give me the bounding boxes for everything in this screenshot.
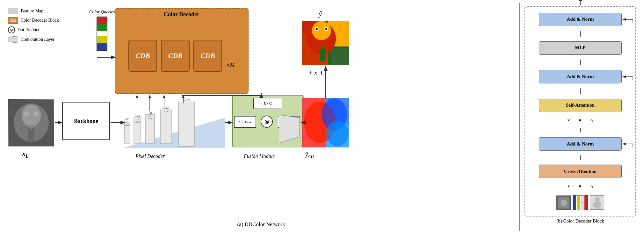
right-panel-caption: (b) Color Decoder Block	[525, 218, 636, 224]
cross-attn-v: V	[567, 183, 570, 188]
color-swatch-yellow	[577, 195, 580, 210]
legend-feature-map: Feature Map	[8, 8, 59, 14]
cdb-box-3: CDB	[193, 40, 222, 72]
input-image	[8, 99, 54, 146]
right-panel-dashed: Add & Norm MLP Add & Norm	[525, 6, 636, 216]
cq-red	[97, 17, 107, 24]
cross-attn-vkq: V K Q	[567, 183, 594, 188]
svg-point-5	[33, 111, 39, 117]
dot-product-icon: ⊗	[8, 26, 15, 33]
add-norm-bot: Add & Norm	[539, 137, 622, 151]
person-img-svg	[590, 196, 604, 210]
add-norm-mid: Add & Norm	[539, 70, 622, 83]
svg-text:1/16: 1/16	[135, 115, 140, 118]
side-arrow-add-norm-bot	[622, 140, 633, 147]
add-norm-top-container: Add & Norm	[539, 13, 622, 26]
svg-rect-6	[28, 128, 34, 141]
cross-attn-inputs: ⋯	[556, 195, 604, 210]
conv-icon	[8, 36, 18, 43]
add-norm-top: Add & Norm	[539, 13, 622, 26]
legend: Feature Map CDB Color Decoder Block ⊗ Do…	[8, 8, 59, 43]
cross-attn-k: K	[579, 183, 582, 188]
legend-conv-label: Convolution Layer	[21, 37, 54, 42]
top-out-arrow	[577, 0, 583, 5]
color-query-stack: ⋮	[97, 17, 107, 51]
color-queries-label: Color Queries	[89, 10, 115, 15]
color-swatch-dots: ⋯	[581, 195, 584, 210]
yhat-ab-label: ŷAB	[305, 151, 314, 159]
self-attn-block: Self-Attention	[539, 99, 622, 112]
self-attn-vkq: V K Q	[567, 117, 594, 123]
svg-point-4	[24, 111, 29, 117]
add-norm-mid-container: Add & Norm	[539, 70, 622, 83]
left-panel: Feature Map CDB Color Decoder Block ⊗ Do…	[3, 3, 520, 231]
color-decoder-title: Color Decoder	[164, 11, 199, 18]
svg-rect-13	[178, 102, 194, 146]
mlp-block: MLP	[539, 41, 622, 55]
svg-marker-27	[279, 115, 300, 143]
legend-dot-product: ⊗ Dot Product	[8, 26, 59, 33]
svg-text:H×W: H×W	[183, 99, 190, 102]
yhat-label: ŷ	[319, 10, 322, 18]
cross-attn-block: Cross-Attention	[539, 165, 622, 178]
svg-text:1/8W: 1/8W	[148, 117, 153, 120]
pixel-decoder-area: 1/32 H× 1/32W 1/16 H× 1/16W 1/8 H× 1/8W …	[123, 92, 225, 148]
svg-point-47	[326, 121, 349, 146]
plus-xl: + x_L	[308, 69, 324, 77]
grayscale-parrot-svg	[9, 100, 54, 146]
svg-rect-73	[593, 203, 596, 207]
ab-output-image	[302, 98, 349, 147]
xm-label: ×M	[226, 62, 235, 68]
ab-output-svg	[302, 98, 349, 147]
legend-cdb-item: CDB Color Decoder Block	[8, 17, 59, 24]
svg-text:1/32W: 1/32W	[124, 124, 130, 126]
arrow-2	[580, 60, 581, 65]
svg-text:H×: H×	[125, 121, 129, 124]
arrow-4	[580, 128, 581, 132]
feature-img-svg	[557, 196, 571, 210]
side-arrow-add-norm-top	[622, 16, 633, 23]
color-swatch-blue	[573, 195, 576, 210]
fusion-module-box: K×C C×H×W ⊗ K×H×W	[232, 95, 304, 147]
svg-text:1/16W: 1/16W	[134, 121, 141, 123]
cq-green	[97, 24, 107, 31]
svg-rect-74	[598, 203, 601, 207]
svg-point-36	[316, 28, 318, 30]
self-attn-k: K	[579, 117, 582, 123]
legend-conv: Convolution Layer	[8, 36, 59, 43]
cdb-box-2: CDB	[161, 40, 190, 72]
legend-cdb-label: Color Decoder Block	[21, 18, 59, 23]
self-attn-q: Q	[590, 117, 593, 123]
svg-text:1/4 W: 1/4 W	[163, 110, 169, 112]
cq-dots: ⋮	[97, 31, 107, 36]
self-attn-v: V	[567, 117, 570, 123]
color-swatch-red	[584, 195, 588, 210]
svg-text:1/32: 1/32	[125, 118, 129, 121]
fusion-module-label: Fusion Module	[244, 153, 275, 159]
feature-map-icon	[8, 8, 18, 14]
arrow-3	[580, 88, 581, 94]
arrow-1	[580, 31, 581, 37]
cdb-box-1: CDB	[128, 40, 157, 72]
cross-attn-person-img	[590, 195, 604, 210]
svg-text:1/4 H×: 1/4 H×	[162, 107, 170, 110]
cq-blue	[97, 43, 107, 50]
dot-product-symbol: ⊗	[261, 116, 273, 128]
cq-yellow	[97, 36, 107, 43]
conv-trapezoid	[279, 115, 300, 143]
svg-text:H×: H×	[135, 118, 139, 121]
main-container: Feature Map CDB Color Decoder Block ⊗ Do…	[0, 0, 644, 234]
cdb-icon: CDB	[8, 17, 18, 24]
backbone-box: Backbone	[62, 102, 110, 140]
cdb-row: CDB CDB CDB ×M	[128, 20, 235, 91]
output-parrot-image	[302, 21, 349, 65]
cross-attn-colors: ⋯	[573, 195, 588, 210]
svg-rect-38	[320, 48, 325, 61]
kxc-label: K×C	[253, 98, 282, 109]
cross-attn-feature-img	[556, 195, 571, 210]
xl-label: xL	[22, 150, 29, 159]
color-queries: Color Queries ⋮	[89, 10, 115, 51]
svg-text:1/8: 1/8	[148, 112, 152, 115]
legend-dot-label: Dot Product	[18, 27, 39, 32]
cxhw-label: C×H×W	[234, 116, 256, 128]
